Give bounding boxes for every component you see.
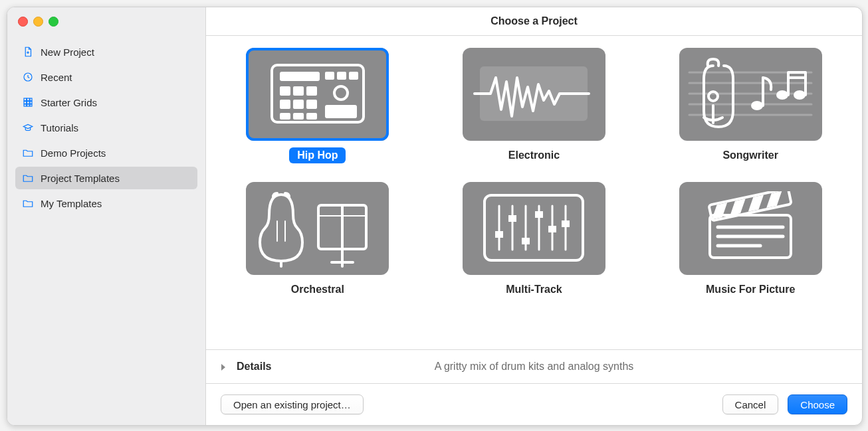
- template-thumb: [679, 182, 822, 275]
- template-orchestral[interactable]: Orchestral: [246, 182, 389, 298]
- svg-rect-25: [325, 105, 357, 118]
- template-thumb: [246, 48, 389, 141]
- sidebar-item-label: New Project: [41, 46, 94, 58]
- template-thumb: [246, 182, 389, 275]
- button-label: Cancel: [735, 399, 766, 410]
- close-window-icon[interactable]: [18, 17, 28, 27]
- footer: Open an existing project… Cancel Choose: [206, 383, 862, 425]
- svg-point-18: [334, 86, 348, 100]
- sidebar-item-label: Project Templates: [41, 173, 120, 184]
- svg-point-36: [794, 90, 806, 100]
- svg-rect-23: [293, 113, 304, 120]
- template-label: Electronic: [500, 147, 568, 163]
- template-hip-hop[interactable]: Hip Hop: [246, 48, 389, 163]
- svg-rect-12: [325, 72, 334, 80]
- folder-icon: [22, 147, 34, 159]
- sidebar-list: New Project Recent Starter Grids Tutoria…: [7, 35, 205, 222]
- template-songwriter[interactable]: Songwriter: [679, 48, 822, 163]
- svg-rect-6: [30, 102, 32, 104]
- svg-rect-1: [24, 98, 27, 101]
- svg-rect-55: [562, 220, 570, 227]
- template-multi-track[interactable]: Multi-Track: [463, 182, 605, 298]
- sidebar-item-starter-grids[interactable]: Starter Grids: [15, 91, 197, 114]
- svg-rect-49: [522, 238, 530, 244]
- svg-rect-5: [27, 102, 30, 104]
- grid-icon: [22, 96, 34, 108]
- template-thumb: [679, 48, 822, 141]
- open-existing-button[interactable]: Open an existing project…: [221, 394, 364, 414]
- folder-icon: [22, 197, 34, 209]
- svg-rect-21: [306, 100, 317, 109]
- details-label: Details: [237, 361, 271, 373]
- waveform-icon: [471, 57, 597, 132]
- clock-icon: [22, 71, 34, 83]
- sidebar-item-recent[interactable]: Recent: [15, 66, 197, 88]
- svg-rect-13: [337, 72, 346, 80]
- project-chooser-window: New Project Recent Starter Grids Tutoria…: [7, 7, 863, 426]
- svg-rect-53: [548, 226, 556, 232]
- template-thumb: [463, 182, 605, 275]
- template-label: Multi-Track: [498, 282, 570, 298]
- cancel-button[interactable]: Cancel: [722, 394, 779, 414]
- svg-rect-3: [30, 98, 32, 101]
- svg-rect-47: [508, 215, 516, 222]
- sidebar-item-new-project[interactable]: New Project: [15, 41, 197, 63]
- svg-marker-65: [221, 364, 225, 371]
- template-label: Songwriter: [714, 147, 786, 163]
- svg-rect-45: [495, 231, 503, 238]
- svg-rect-19: [280, 100, 290, 109]
- folder-icon: [22, 172, 34, 184]
- details-description: A gritty mix of drum kits and analog syn…: [206, 361, 862, 373]
- page-title: Choose a Project: [490, 15, 578, 27]
- svg-rect-9: [30, 104, 32, 106]
- sidebar-item-label: Tutorials: [41, 122, 78, 133]
- svg-rect-7: [24, 104, 27, 106]
- svg-rect-14: [349, 72, 358, 80]
- disclosure-triangle-icon[interactable]: [219, 363, 227, 371]
- mixer-icon: [481, 191, 587, 266]
- sidebar-item-demo-projects[interactable]: Demo Projects: [15, 141, 197, 164]
- template-thumb: [463, 48, 605, 141]
- drum-machine-icon: [268, 61, 368, 128]
- sidebar-item-tutorials[interactable]: Tutorials: [15, 116, 197, 139]
- template-label: Hip Hop: [289, 147, 346, 163]
- svg-rect-8: [27, 104, 30, 106]
- grad-cap-icon: [22, 122, 34, 133]
- header: Choose a Project: [206, 7, 862, 36]
- window-controls: [7, 7, 205, 35]
- choose-button[interactable]: Choose: [788, 394, 847, 414]
- minimize-window-icon[interactable]: [33, 17, 43, 27]
- sidebar-item-my-templates[interactable]: My Templates: [15, 192, 197, 215]
- svg-rect-24: [306, 113, 317, 120]
- svg-rect-51: [535, 211, 543, 218]
- clapper-icon: [701, 191, 800, 266]
- svg-point-35: [776, 90, 788, 100]
- sidebar-item-label: Recent: [41, 72, 72, 83]
- svg-rect-22: [280, 113, 290, 120]
- sidebar-item-label: Demo Projects: [41, 147, 106, 159]
- sidebar-item-label: My Templates: [41, 198, 102, 209]
- guitar-notes-icon: [684, 54, 817, 135]
- svg-rect-15: [280, 86, 290, 96]
- svg-rect-4: [24, 102, 27, 104]
- templates-grid: Hip Hop Electronic: [233, 48, 835, 298]
- template-label: Music For Picture: [698, 282, 803, 298]
- sidebar-item-project-templates[interactable]: Project Templates: [15, 167, 197, 189]
- details-bar: Details A gritty mix of drum kits and an…: [206, 349, 862, 383]
- svg-rect-11: [280, 72, 320, 81]
- templates-area: Hip Hop Electronic: [206, 36, 862, 349]
- doc-new-icon: [22, 46, 34, 58]
- button-label: Choose: [800, 399, 835, 410]
- svg-rect-16: [293, 86, 304, 96]
- svg-rect-2: [27, 98, 30, 101]
- sidebar: New Project Recent Starter Grids Tutoria…: [7, 7, 206, 425]
- zoom-window-icon[interactable]: [49, 17, 58, 27]
- svg-point-34: [751, 101, 763, 110]
- main-panel: Choose a Project: [206, 7, 862, 425]
- template-label: Orchestral: [283, 282, 352, 298]
- template-music-for-picture[interactable]: Music For Picture: [679, 182, 822, 298]
- template-electronic[interactable]: Electronic: [463, 48, 605, 163]
- orchestra-icon: [255, 188, 381, 270]
- button-label: Open an existing project…: [233, 399, 351, 410]
- svg-rect-20: [293, 100, 304, 109]
